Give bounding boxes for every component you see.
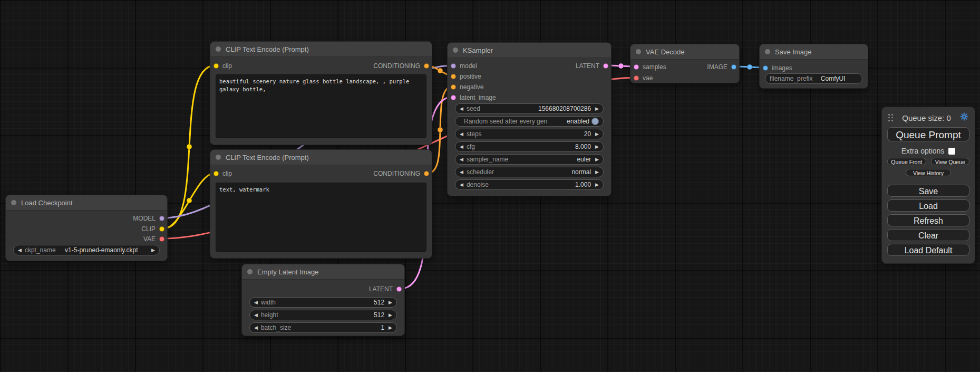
drag-handle-icon[interactable] xyxy=(888,114,893,121)
output-model[interactable]: MODEL xyxy=(133,213,164,224)
latent-slot-icon[interactable] xyxy=(451,95,456,100)
widget-seed[interactable]: ◀ seed 156680208700286 ▶ xyxy=(455,103,604,114)
decrement-arrow-icon[interactable]: ◀ xyxy=(254,313,258,318)
input-images[interactable]: images xyxy=(763,63,792,73)
increment-arrow-icon[interactable]: ▶ xyxy=(389,326,392,330)
decrement-arrow-icon[interactable]: ◀ xyxy=(254,300,258,305)
vae-slot-icon[interactable] xyxy=(159,236,164,242)
decrement-arrow-icon[interactable]: ◀ xyxy=(254,326,258,330)
increment-arrow-icon[interactable]: ▶ xyxy=(595,170,599,175)
input-positive[interactable]: positive xyxy=(451,71,481,82)
collapse-dot-icon[interactable] xyxy=(247,269,253,274)
increment-arrow-icon[interactable]: ▶ xyxy=(389,313,392,318)
clip-slot-icon[interactable] xyxy=(214,63,219,69)
widget-steps[interactable]: ◀ steps 20 ▶ xyxy=(455,129,604,139)
input-latent-image[interactable]: latent_image xyxy=(451,92,496,103)
queue-prompt-button[interactable]: Queue Prompt xyxy=(887,127,969,141)
output-clip[interactable]: CLIP xyxy=(141,224,164,234)
input-model[interactable]: model xyxy=(451,61,477,71)
widget-random-seed-toggle[interactable]: Random seed after every gen enabled xyxy=(455,116,604,127)
node-title-bar[interactable]: CLIP Text Encode (Prompt) xyxy=(210,150,432,165)
toggle-icon[interactable] xyxy=(591,118,599,125)
node-ksampler[interactable]: KSampler model positive negative latent_… xyxy=(447,42,612,196)
model-slot-icon[interactable] xyxy=(159,216,164,221)
prompt-textarea[interactable]: text, watermark xyxy=(216,183,426,252)
widget-width[interactable]: ◀ width 512 ▶ xyxy=(249,297,397,308)
output-vae[interactable]: VAE xyxy=(143,234,164,244)
widget-sampler-name[interactable]: ◀ sampler_name euler ▶ xyxy=(455,154,604,165)
node-title-bar[interactable]: KSampler xyxy=(448,43,611,58)
node-title-bar[interactable]: Load Checkpoint xyxy=(6,195,167,211)
decrement-arrow-icon[interactable]: ◀ xyxy=(460,145,463,149)
node-title-bar[interactable]: VAE Decode xyxy=(630,44,739,60)
increment-arrow-icon[interactable]: ▶ xyxy=(595,157,599,162)
widget-denoise[interactable]: ◀ denoise 1.000 ▶ xyxy=(455,179,604,190)
collapse-dot-icon[interactable] xyxy=(636,49,641,54)
model-slot-icon[interactable] xyxy=(451,63,456,69)
input-clip[interactable]: clip xyxy=(214,168,232,179)
image-slot-icon[interactable] xyxy=(731,64,736,70)
input-samples[interactable]: samples xyxy=(634,62,666,72)
prompt-textarea[interactable]: beautiful scenery nature glass bottle la… xyxy=(216,74,426,138)
collapse-dot-icon[interactable] xyxy=(216,46,221,52)
latent-slot-icon[interactable] xyxy=(396,287,402,292)
decrement-arrow-icon[interactable]: ◀ xyxy=(460,107,463,111)
output-conditioning[interactable]: CONDITIONING xyxy=(373,61,429,71)
gear-icon[interactable] xyxy=(960,112,968,123)
queue-front-button[interactable]: Queue Front xyxy=(887,158,926,165)
node-clip-text-encode-negative[interactable]: CLIP Text Encode (Prompt) clip CONDITION… xyxy=(210,149,432,259)
node-load-checkpoint[interactable]: Load Checkpoint MODEL CLIP VAE ◀ ckpt_na… xyxy=(5,195,168,261)
collapse-dot-icon[interactable] xyxy=(216,155,221,160)
node-vae-decode[interactable]: VAE Decode samples vae IMAGE xyxy=(630,44,740,83)
conditioning-slot-icon[interactable] xyxy=(424,171,429,176)
queue-panel[interactable]: Queue size: 0 Queue Prompt Extra options xyxy=(881,107,975,264)
save-button[interactable]: Save xyxy=(887,185,969,197)
increment-arrow-icon[interactable]: ▶ xyxy=(595,107,599,111)
comfyui-canvas[interactable]: { "colors": { "model": "#B39DDB", "clip"… xyxy=(0,0,980,372)
load-button[interactable]: Load xyxy=(887,199,969,212)
output-conditioning[interactable]: CONDITIONING xyxy=(373,168,429,179)
clip-slot-icon[interactable] xyxy=(159,226,164,232)
decrement-arrow-icon[interactable]: ◀ xyxy=(460,157,463,162)
node-empty-latent-image[interactable]: Empty Latent Image LATENT ◀ width 512 ▶ … xyxy=(241,264,405,336)
increment-arrow-icon[interactable]: ▶ xyxy=(595,132,599,137)
refresh-button[interactable]: Refresh xyxy=(887,214,969,226)
latent-slot-icon[interactable] xyxy=(634,64,639,70)
conditioning-slot-icon[interactable] xyxy=(451,74,456,79)
widget-scheduler[interactable]: ◀ scheduler normal ▶ xyxy=(455,167,604,177)
latent-slot-icon[interactable] xyxy=(603,63,608,69)
load-default-button[interactable]: Load Default xyxy=(887,244,969,256)
output-latent[interactable]: LATENT xyxy=(369,284,402,294)
input-negative[interactable]: negative xyxy=(451,82,483,92)
widget-cfg[interactable]: ◀ cfg 8.000 ▶ xyxy=(455,141,604,152)
conditioning-slot-icon[interactable] xyxy=(424,63,429,69)
node-title-bar[interactable]: Empty Latent Image xyxy=(242,264,404,280)
decrement-arrow-icon[interactable]: ◀ xyxy=(460,132,463,137)
increment-arrow-icon[interactable]: ▶ xyxy=(389,300,392,305)
increment-arrow-icon[interactable]: ▶ xyxy=(151,248,155,253)
clear-button[interactable]: Clear xyxy=(887,229,969,241)
conditioning-slot-icon[interactable] xyxy=(451,84,456,90)
clip-slot-icon[interactable] xyxy=(214,171,219,176)
increment-arrow-icon[interactable]: ▶ xyxy=(595,145,599,149)
widget-batch-size[interactable]: ◀ batch_size 1 ▶ xyxy=(249,322,397,333)
view-queue-button[interactable]: View Queue xyxy=(931,158,970,165)
decrement-arrow-icon[interactable]: ◀ xyxy=(18,248,22,253)
extra-options-checkbox[interactable] xyxy=(948,148,955,155)
input-clip[interactable]: clip xyxy=(214,61,232,71)
widget-height[interactable]: ◀ height 512 ▶ xyxy=(249,310,397,320)
image-slot-icon[interactable] xyxy=(763,65,768,71)
output-latent[interactable]: LATENT xyxy=(576,61,608,71)
widget-ckpt-name[interactable]: ◀ ckpt_name v1-5-pruned-emaonly.ckpt ▶ xyxy=(13,245,160,255)
node-clip-text-encode-positive[interactable]: CLIP Text Encode (Prompt) clip CONDITION… xyxy=(210,41,432,145)
input-vae[interactable]: vae xyxy=(634,73,653,83)
collapse-dot-icon[interactable] xyxy=(11,200,16,205)
vae-slot-icon[interactable] xyxy=(634,75,639,81)
node-title-bar[interactable]: Save Image xyxy=(760,44,868,60)
increment-arrow-icon[interactable]: ▶ xyxy=(595,183,599,187)
widget-filename-prefix[interactable]: filename_prefix ComfyUI xyxy=(765,73,862,84)
collapse-dot-icon[interactable] xyxy=(765,49,770,54)
output-image[interactable]: IMAGE xyxy=(707,62,736,72)
node-title-bar[interactable]: CLIP Text Encode (Prompt) xyxy=(210,42,432,57)
collapse-dot-icon[interactable] xyxy=(453,47,458,53)
